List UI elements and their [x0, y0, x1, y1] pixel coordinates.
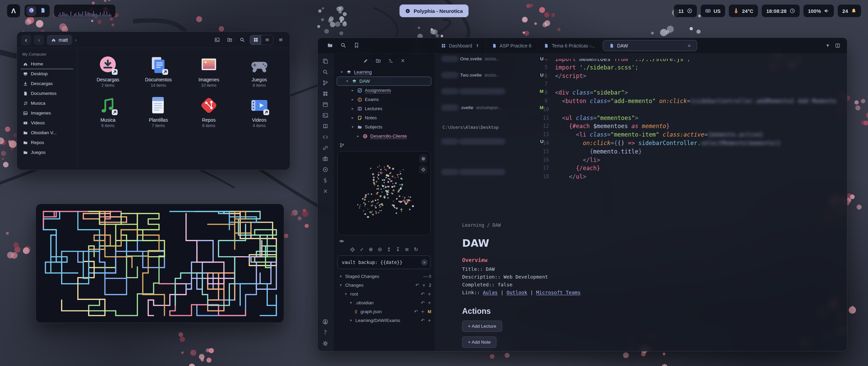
activity-account-icon[interactable] [322, 319, 328, 325]
activity-unlink-icon[interactable] [322, 145, 328, 151]
folder-juegos[interactable]: Juegos8 items [235, 52, 283, 90]
bookmark-icon[interactable] [354, 42, 359, 49]
split-editor-icon[interactable] [835, 43, 840, 48]
tree-item-exams[interactable]: ▸Exams [337, 95, 431, 104]
scm-plus-icon[interactable]: + [428, 300, 431, 305]
watch-icon[interactable] [337, 237, 431, 245]
close-icon[interactable]: × [401, 58, 405, 63]
changed-file-row[interactable]: M [442, 89, 544, 94]
folder-icon[interactable] [327, 42, 333, 49]
link-aulas[interactable]: Aulas [483, 290, 498, 295]
scm-target-icon[interactable] [350, 247, 355, 252]
files-app-icon[interactable] [38, 6, 48, 16]
folder-musica[interactable]: Musica6 items [84, 93, 132, 130]
scm-plus-icon[interactable]: + [428, 318, 431, 323]
sidebar-item-desktop[interactable]: Desktop [20, 69, 74, 79]
sidebar-item-videos[interactable]: Videos [20, 118, 74, 128]
scm-discard-icon[interactable]: ↶ [421, 300, 425, 305]
folder-videos[interactable]: Videos4 items [235, 93, 283, 130]
tree-item-lectures[interactable]: ▸Lectures [337, 104, 431, 113]
tree-item-daw[interactable]: ▾DAW [337, 77, 431, 86]
scm-up-icon[interactable]: ↥ [387, 247, 391, 252]
sidebar-item-repos[interactable]: Repos [20, 138, 74, 147]
media-widget[interactable]: Polyphia - Neurotica [399, 4, 469, 17]
activity-codeangle-icon[interactable] [322, 134, 328, 140]
tab-daw[interactable]: DAW× [603, 40, 697, 51]
scm-plus-icon[interactable]: + [421, 309, 425, 314]
folder-plantillas[interactable]: Plantillas7 items [135, 93, 182, 130]
changed-file-row[interactable]: One.sveltesrc/co...U [442, 56, 544, 61]
tab-dashboard[interactable]: Dashboard [435, 38, 486, 53]
folder-imagenes[interactable]: Imagenes10 items [185, 52, 233, 90]
scm-row-staged-changes[interactable]: ▾Staged Changes— 0 [337, 272, 431, 281]
status-weather[interactable]: 24°C [729, 4, 758, 17]
newfolder-icon[interactable] [376, 58, 381, 63]
tree-item-desarrollo-cliente[interactable]: ▸Desarrollo-Cliente [337, 131, 431, 141]
back-button[interactable]: ‹ [21, 35, 31, 45]
activity-grid-icon[interactable] [322, 91, 328, 97]
status-clock[interactable]: 18:08:28 [762, 4, 800, 17]
commit-message-input[interactable] [337, 256, 431, 269]
activity-terminal-icon[interactable] [322, 113, 328, 118]
activity-circledot-icon[interactable] [322, 167, 328, 172]
add-note-button[interactable]: + Add Note [462, 337, 496, 348]
changed-file-row[interactable]: Two.sveltesrc/co...U [442, 73, 544, 78]
sidebar-item-juegos[interactable]: Juegos [20, 147, 74, 157]
scm-plus-icon[interactable]: + [428, 291, 431, 297]
pencil-icon[interactable] [363, 58, 368, 63]
status-updates[interactable]: 11 [674, 4, 697, 17]
changed-file-row[interactable]: U [442, 139, 544, 144]
status-volume[interactable]: 100% [803, 4, 834, 17]
scm-row-obsidian[interactable]: ▾.obsidian↶+ [337, 298, 431, 307]
tree-item-notes[interactable]: ▸Notes [337, 113, 431, 122]
activity-search-icon[interactable] [322, 69, 328, 75]
grid-view-icon[interactable] [250, 35, 261, 45]
sidebar-item-home[interactable]: Home [20, 59, 74, 69]
fork-icon[interactable] [337, 141, 431, 148]
clear-icon[interactable]: × [421, 259, 428, 266]
activity-help-icon[interactable]: ? [324, 330, 327, 336]
tree-icon[interactable] [388, 58, 393, 63]
activity-calendar-icon[interactable] [322, 102, 328, 107]
activity-dollar-icon[interactable]: $ [323, 178, 327, 183]
breadcrumb[interactable]: matt [47, 35, 72, 45]
link-microsoft-teams[interactable]: Microsoft Teams [536, 290, 580, 295]
tree-item-assignments[interactable]: ▸Assignments [337, 86, 431, 95]
graph-view-panel[interactable] [337, 151, 431, 235]
changed-file-row[interactable]: .sveltesrc/compon...M [442, 105, 544, 110]
sidebar-item-musica[interactable]: Musica [20, 98, 74, 108]
folder-descargas[interactable]: Descargas2 items [84, 52, 132, 90]
scm-pluscirc-icon[interactable]: ⊕ [369, 247, 373, 252]
add-lecture-button[interactable]: + Add Lecture [462, 321, 502, 332]
folder-repos[interactable]: Repos6 items [185, 93, 233, 130]
tree-item-learning[interactable]: ▾Learning [337, 67, 431, 77]
sidebar-item-obsidian-v[interactable]: Obsidian V... [20, 128, 74, 138]
status-notifications[interactable]: 24 [837, 4, 861, 17]
tab-tema-6-pr-cticas[interactable]: Tema 6 Prácticas -... [538, 38, 601, 53]
chevron-down-icon[interactable]: ▾ [826, 43, 829, 48]
scm-list-icon[interactable]: ≡ [405, 247, 409, 252]
new-folder-icon[interactable] [224, 35, 235, 45]
scm-refresh-icon[interactable]: ↻ [414, 247, 418, 252]
activity-close-icon[interactable]: × [323, 188, 328, 194]
scm-discard-icon[interactable]: ↶ [414, 309, 418, 314]
list-view-icon[interactable]: ≡ [261, 35, 273, 45]
sidebar-item-imagenes[interactable]: Imagenes [20, 108, 74, 118]
gear-icon[interactable] [419, 155, 427, 163]
status-keyboard-layout[interactable]: US [701, 4, 726, 17]
scm-row-changes[interactable]: ▾Changes↶+2 [337, 281, 431, 289]
sidebar-item-documentos[interactable]: Documentos [20, 88, 74, 98]
search-icon[interactable] [340, 42, 346, 49]
scm-discard-icon[interactable]: ↶ [421, 318, 425, 323]
scm-row-learning-daw-exams[interactable]: ▾Learning/DAW/Exams↶+ [337, 316, 431, 325]
close-icon[interactable]: × [688, 43, 691, 48]
tab-asp-practice-6[interactable]: ASP Practice 6 [486, 38, 538, 53]
forward-button[interactable]: › [34, 35, 44, 45]
link-outlook[interactable]: Outlook [507, 290, 527, 295]
scm-discard-icon[interactable]: ↶ [415, 283, 419, 288]
activity-branch-icon[interactable] [322, 80, 328, 86]
target-icon[interactable] [419, 165, 427, 174]
changed-file-row[interactable] [442, 170, 544, 174]
scm-minuscirc-icon[interactable]: ⊖ [378, 247, 382, 252]
scm-plus-icon[interactable]: + [422, 283, 426, 288]
